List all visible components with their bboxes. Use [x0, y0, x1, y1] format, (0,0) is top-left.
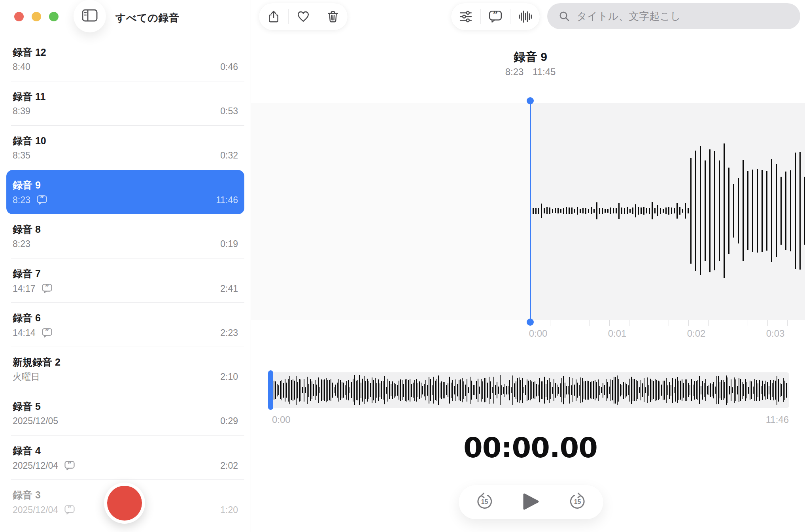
search-placeholder: タイトル、文字起こし — [576, 9, 681, 23]
recording-list-item[interactable]: 録音 11 8:39 ” 0:53 — [6, 81, 244, 126]
close-window-button[interactable] — [14, 12, 24, 21]
record-icon — [107, 486, 142, 521]
recording-duration: 0:32 — [220, 150, 238, 160]
skip-forward-15-button[interactable]: 15 — [568, 492, 587, 512]
record-button[interactable] — [104, 483, 145, 524]
favorite-button[interactable] — [291, 4, 316, 29]
playhead[interactable] — [527, 97, 534, 326]
svg-text:”: ” — [68, 505, 72, 512]
play-icon — [523, 492, 539, 511]
toggle-sidebar-button[interactable] — [74, 0, 106, 32]
voice-memos-window: すべての録音 録音 12 8:40 ” 0:46 録音 11 8:39 ” 0:… — [0, 0, 805, 532]
recording-list-item[interactable]: 新規録音 2 火曜日 ” 2:10 — [6, 347, 244, 391]
transcript-badge-icon: ” — [64, 460, 76, 471]
recording-duration: 1:20 — [220, 505, 238, 515]
transcript-badge-icon: ” — [41, 283, 53, 294]
svg-text:”: ” — [45, 283, 49, 291]
recording-subtitle: 8:23 — [13, 239, 30, 249]
transcript-bubble-icon: ” — [488, 9, 503, 24]
transport-controls: 15 15 — [459, 485, 603, 519]
recording-title: 録音 12 — [13, 37, 238, 58]
play-button[interactable] — [523, 492, 539, 512]
recording-list-item[interactable]: 録音 6 14:14 ” 2:23 — [6, 303, 244, 347]
player-recording-title: 録音 9 — [251, 49, 805, 65]
search-field[interactable]: タイトル、文字起こし — [547, 3, 800, 29]
recording-subtitle: 火曜日 — [13, 372, 40, 382]
minimize-window-button[interactable] — [32, 12, 41, 21]
recording-subtitle: 2025/12/04 — [13, 505, 58, 515]
recordings-list: 録音 12 8:40 ” 0:46 録音 11 8:39 ” 0:53 録音 1… — [0, 37, 251, 524]
divider — [318, 9, 318, 24]
sidebar-toggle-icon — [82, 9, 98, 23]
recording-title: 録音 9 — [13, 170, 238, 191]
transcript-badge-icon: ” — [36, 194, 48, 206]
timeline-label: 0:03 — [766, 328, 785, 339]
player-recording-meta: 8:23 11:45 — [251, 66, 805, 77]
recording-title: 録音 5 — [13, 391, 238, 412]
svg-text:”: ” — [45, 328, 49, 335]
current-time-display: 00:00.00 — [251, 433, 805, 462]
recording-title: 録音 4 — [13, 436, 238, 456]
view-toolbar: ” — [451, 3, 540, 30]
recording-list-item[interactable]: 録音 7 14:17 ” 2:41 — [6, 258, 244, 303]
playhead-line — [530, 100, 531, 323]
overview-playhead[interactable] — [268, 370, 273, 410]
recording-subtitle: 2025/12/05 — [13, 416, 58, 426]
recording-duration: 2:23 — [220, 328, 238, 338]
main-pane: ” タイトル、文字起こし — [251, 0, 805, 532]
delete-button[interactable] — [321, 4, 345, 29]
recording-list-item[interactable]: 録音 9 8:23 ” 11:46 — [6, 170, 244, 214]
svg-text:15: 15 — [481, 498, 488, 505]
trash-icon — [326, 10, 340, 23]
recording-list-item[interactable]: 録音 4 2025/12/04 ” 2:02 — [6, 436, 244, 480]
recording-subtitle: 8:35 — [13, 150, 30, 160]
recording-subtitle: 8:23 — [13, 195, 30, 205]
window-controls — [14, 12, 59, 21]
player-recorded-time: 8:23 — [505, 66, 524, 77]
share-button[interactable] — [261, 4, 286, 29]
recording-title: 録音 10 — [13, 126, 238, 146]
recording-subtitle: 14:14 — [13, 328, 36, 338]
overview-start-label: 0:00 — [272, 414, 291, 425]
svg-text:”: ” — [40, 195, 44, 202]
recording-list-item[interactable]: 録音 5 2025/12/05 ” 0:29 — [6, 391, 244, 436]
divider — [288, 9, 289, 24]
timeline-label: 0:01 — [608, 328, 627, 339]
player-total-duration: 11:45 — [533, 66, 556, 77]
search-icon — [558, 10, 570, 22]
sidebar: すべての録音 録音 12 8:40 ” 0:46 録音 11 8:39 ” 0:… — [0, 0, 251, 532]
zoom-window-button[interactable] — [49, 12, 59, 21]
recording-list-item[interactable]: 録音 8 8:23 ” 0:19 — [6, 214, 244, 258]
recording-list-item[interactable]: 録音 10 8:35 ” 0:32 — [6, 126, 244, 170]
recording-title: 録音 6 — [13, 303, 238, 323]
timeline-label: 0:00 — [529, 328, 548, 339]
transcript-button[interactable]: ” — [483, 4, 508, 29]
recording-list-item[interactable]: 録音 12 8:40 ” 0:46 — [6, 37, 244, 81]
recording-subtitle: 8:39 — [13, 106, 30, 116]
recording-duration: 2:02 — [220, 460, 238, 471]
waveform-background-left — [251, 103, 530, 320]
waveform-view-button[interactable] — [513, 4, 537, 29]
recording-duration: 0:46 — [220, 62, 238, 72]
timeline-labels: 0:000:010:020:03 — [251, 328, 805, 340]
sliders-icon — [459, 10, 473, 23]
recording-duration: 2:41 — [220, 283, 238, 294]
action-toolbar — [259, 3, 348, 30]
skip-back-15-button[interactable]: 15 — [475, 492, 494, 512]
recording-duration: 0:53 — [220, 106, 238, 116]
recording-title: 録音 7 — [13, 258, 238, 279]
playback-settings-button[interactable] — [454, 4, 478, 29]
recording-title: 録音 8 — [13, 214, 238, 235]
zoom-waveform — [533, 140, 805, 282]
zoom-waveform-panel[interactable] — [251, 103, 805, 320]
divider — [510, 9, 510, 24]
heart-icon — [297, 10, 310, 23]
svg-text:”: ” — [68, 460, 72, 468]
divider — [480, 9, 481, 24]
overview-waveform[interactable] — [271, 372, 789, 408]
recording-subtitle: 14:17 — [13, 283, 36, 294]
playhead-bottom-handle[interactable] — [527, 319, 534, 326]
transcript-badge-icon: ” — [41, 327, 53, 338]
recording-title: 新規録音 2 — [13, 347, 238, 368]
recording-duration: 0:19 — [220, 239, 238, 249]
